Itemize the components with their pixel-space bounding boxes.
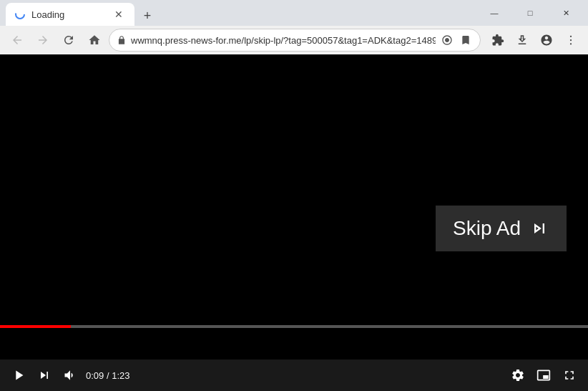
tab-close-button[interactable]: ✕ — [112, 7, 126, 21]
track-icon[interactable] — [440, 33, 454, 47]
window-controls: — □ ✕ — [478, 1, 582, 24]
active-tab[interactable]: Loading ✕ — [6, 3, 134, 26]
video-main[interactable]: Skip Ad — [0, 54, 588, 359]
svg-point-2 — [570, 39, 572, 41]
tab-area: Loading ✕ + — [6, 0, 472, 26]
time-separator: / — [104, 370, 112, 381]
title-bar: Loading ✕ + — □ ✕ — [0, 0, 588, 26]
skip-ad-text: Skip Ad — [453, 217, 521, 240]
address-bar[interactable] — [109, 29, 481, 52]
svg-point-0 — [16, 10, 24, 19]
profile-button[interactable] — [535, 29, 558, 52]
back-button[interactable] — [6, 29, 29, 52]
miniplayer-icon — [536, 368, 551, 382]
back-icon — [11, 34, 24, 47]
download-icon — [516, 34, 529, 47]
close-button[interactable]: ✕ — [549, 1, 582, 24]
forward-icon — [36, 34, 49, 47]
miniplayer-button[interactable] — [534, 365, 554, 385]
progress-bar-fill — [0, 325, 71, 328]
forward-button[interactable] — [31, 29, 54, 52]
extensions-button[interactable] — [486, 29, 509, 52]
new-tab-button[interactable]: + — [137, 6, 157, 26]
profile-icon — [540, 34, 553, 47]
reload-icon — [62, 34, 75, 47]
skip-forward-icon — [529, 218, 549, 238]
toolbar-right-icons — [486, 29, 582, 52]
tab-favicon-icon — [14, 9, 26, 20]
tab-title: Loading — [31, 9, 106, 20]
svg-point-1 — [570, 36, 572, 37]
home-button[interactable] — [83, 29, 106, 52]
volume-icon — [63, 368, 77, 382]
maximize-button[interactable]: □ — [514, 1, 547, 24]
address-right-icons — [440, 33, 473, 47]
skip-ad-button[interactable]: Skip Ad — [436, 206, 567, 251]
play-icon — [11, 367, 26, 383]
reload-button[interactable] — [57, 29, 80, 52]
window-chrome: Loading ✕ + — □ ✕ — [0, 0, 588, 54]
fullscreen-button[interactable] — [559, 365, 579, 385]
menu-icon — [564, 34, 577, 47]
video-controls: 0:09 / 1:23 — [0, 359, 588, 391]
toolbar — [0, 26, 588, 54]
address-input[interactable] — [131, 35, 436, 46]
download-button[interactable] — [511, 29, 534, 52]
lock-icon — [117, 35, 127, 45]
time-display: 0:09 / 1:23 — [86, 370, 129, 381]
home-icon — [88, 34, 101, 47]
current-time: 0:09 — [86, 370, 104, 381]
settings-icon — [511, 368, 525, 382]
extensions-icon — [491, 34, 504, 47]
play-button[interactable] — [9, 365, 29, 385]
volume-button[interactable] — [60, 365, 80, 385]
svg-point-3 — [570, 43, 572, 44]
total-time: 1:23 — [112, 370, 129, 381]
fullscreen-icon — [562, 368, 577, 382]
progress-bar-area[interactable] — [0, 325, 588, 328]
bookmark-icon[interactable] — [459, 33, 473, 47]
skip-next-button[interactable] — [34, 365, 54, 385]
menu-button[interactable] — [559, 29, 582, 52]
skip-next-icon — [37, 368, 52, 382]
video-wrapper: Skip Ad — [0, 54, 588, 391]
settings-button[interactable] — [508, 365, 528, 385]
minimize-button[interactable]: — — [478, 1, 511, 24]
